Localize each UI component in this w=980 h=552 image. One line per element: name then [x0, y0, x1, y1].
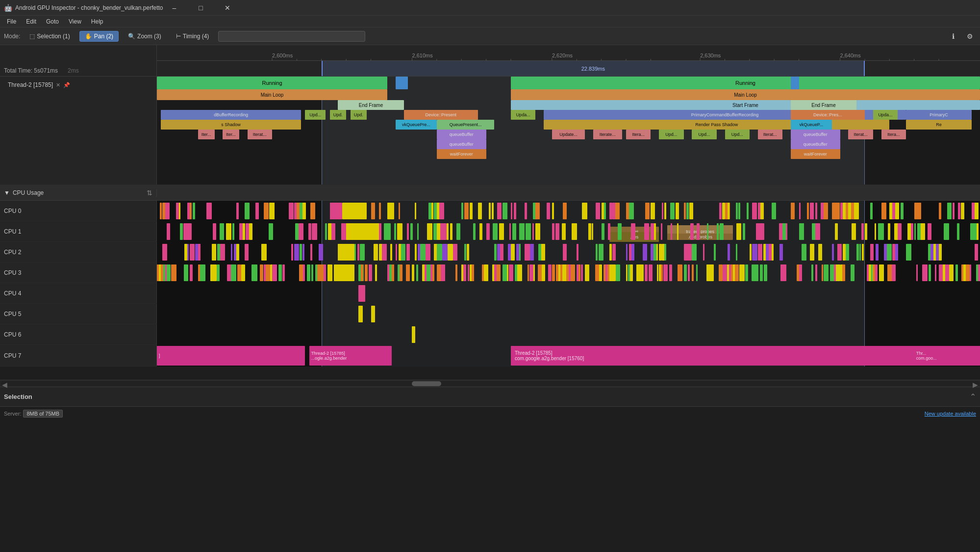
cpu-tick [752, 203, 756, 219]
cpu-tick [180, 223, 183, 240]
restore-button[interactable]: □ [190, 0, 212, 16]
cpu-tick [280, 264, 282, 281]
scrollbar-thumb[interactable] [412, 381, 441, 386]
cpu-tick [664, 244, 666, 261]
cpu7-content[interactable]: ] Thread-2 [15785] ...ogle.a2g.bender Th… [157, 345, 980, 367]
cpu-tick [677, 223, 678, 240]
cpu-section-sort-icon[interactable]: ⇅ [147, 189, 152, 197]
cpu-tick [503, 264, 507, 281]
cpu-tick [892, 203, 895, 219]
cpu-tick [784, 264, 786, 281]
cpu5-content[interactable] [157, 304, 980, 324]
menu-view[interactable]: View [64, 16, 86, 27]
cpu-tick [684, 203, 686, 219]
cpu-tick [599, 244, 603, 261]
mode-timing-button[interactable]: ⊢ Timing (4) [171, 31, 215, 42]
minimize-button[interactable]: – [163, 0, 186, 16]
shadow-row: s Shadow vkQueuePre... QueuePresent... R… [157, 120, 980, 130]
cpu-tick [645, 264, 648, 281]
cpu-tick [200, 264, 205, 281]
thread-2-content[interactable]: Running Running Main Loop Main Loop End … [157, 77, 980, 184]
cpu-tick [846, 244, 849, 261]
cpu-tick [859, 244, 861, 261]
cpu-tick [420, 244, 426, 261]
cpu-tick [171, 264, 176, 281]
cpu-tick [509, 264, 513, 281]
cpu-tick [315, 223, 317, 240]
cpu-tick [957, 223, 959, 240]
cpu-tick [514, 203, 516, 219]
cpu-tick [720, 223, 724, 240]
cpu6-content[interactable] [157, 324, 980, 345]
cpu-tick [179, 203, 180, 219]
cpu3-content[interactable] [157, 263, 980, 283]
cpu-tick [330, 203, 342, 219]
menu-goto[interactable]: Goto [41, 16, 64, 27]
cpu-tick [851, 264, 854, 281]
cpu-tick [528, 264, 529, 281]
search-input[interactable] [218, 31, 365, 42]
cpu-tick [596, 203, 600, 219]
cpu-tick [747, 203, 748, 219]
mode-selection-button[interactable]: ⬚ Selection (1) [24, 31, 75, 42]
cpu-tick [879, 264, 884, 281]
cpu-tick [921, 223, 925, 240]
scrollbar-area[interactable]: ◀ ▶ [0, 380, 980, 387]
cpu4-content[interactable] [157, 283, 980, 304]
selection-title: Selection [4, 393, 966, 400]
menu-help[interactable]: Help [86, 16, 108, 27]
cpu-tick [264, 203, 269, 219]
cpu-tick [382, 244, 387, 261]
cpu-tick [184, 264, 188, 281]
cpu1-content[interactable]: ...es ...es traced_probes .ced_probes [157, 221, 980, 242]
cpu0-content[interactable] [157, 201, 980, 221]
cpu-tick [282, 264, 285, 281]
cpu-tick [217, 264, 220, 281]
cpu-tick [824, 203, 828, 219]
cpu0-name: CPU 0 [4, 208, 21, 214]
cpu-tick [929, 264, 931, 281]
thread-pin-icon[interactable]: 📌 [63, 82, 70, 88]
cpu-tick [167, 223, 170, 240]
cpu-tick [392, 264, 395, 281]
cpu-tick [432, 264, 434, 281]
cpu-tick [467, 244, 469, 261]
menu-file[interactable]: File [2, 16, 21, 27]
update-link[interactable]: New update available [925, 411, 976, 417]
cpu7-row: CPU 7 ] Thread-2 [15785] ...ogle.a2g.ben… [0, 345, 980, 367]
cpu-tick [631, 244, 634, 261]
main-loop-row: Main Loop Main Loop [157, 89, 980, 100]
mode-zoom-button[interactable]: 🔍 Zoom (3) [123, 31, 167, 42]
menu-edit[interactable]: Edit [21, 16, 41, 27]
cpu-tick [743, 223, 745, 240]
cpu-tick [396, 244, 397, 261]
cpu-tick [468, 264, 469, 281]
cpu-tick [810, 244, 814, 261]
mode-pan-button[interactable]: ✋ Pan (2) [79, 31, 119, 42]
mode-label: Mode: [4, 33, 20, 40]
cpu-tick [511, 244, 515, 261]
close-button[interactable]: ✕ [216, 0, 239, 16]
window-controls: – □ ✕ [163, 0, 239, 16]
cpu2-content[interactable] [157, 242, 980, 263]
cpu3-row: CPU 3 [0, 263, 980, 283]
cpu-tick [439, 203, 444, 219]
statusbar: Server: 8MB of 75MB New update available [0, 406, 980, 420]
ruler-label-5: 2,640ms [840, 53, 861, 58]
selection-collapse-button[interactable]: ⌃ [970, 392, 976, 401]
cpu-tick [686, 203, 689, 219]
cpu-tick [837, 244, 842, 261]
thread-expand-icon[interactable]: ✕ [56, 82, 60, 88]
cpu-tick [562, 223, 566, 240]
settings-button[interactable]: ⚙ [963, 30, 976, 43]
cpu-tick [690, 223, 694, 240]
cpu-tick [517, 264, 522, 281]
cpu-tick [472, 264, 474, 281]
cpu-tick [822, 264, 823, 281]
cpu3-label: CPU 3 [0, 263, 157, 283]
cpu-section-collapse-icon[interactable]: ▼ [4, 189, 10, 196]
scroll-right-button[interactable]: ▶ [973, 381, 978, 389]
info-button[interactable]: ℹ [947, 30, 959, 43]
scroll-left-button[interactable]: ◀ [2, 381, 7, 389]
thread-2-label: Thread-2 [15785] ✕ 📌 [0, 77, 157, 184]
